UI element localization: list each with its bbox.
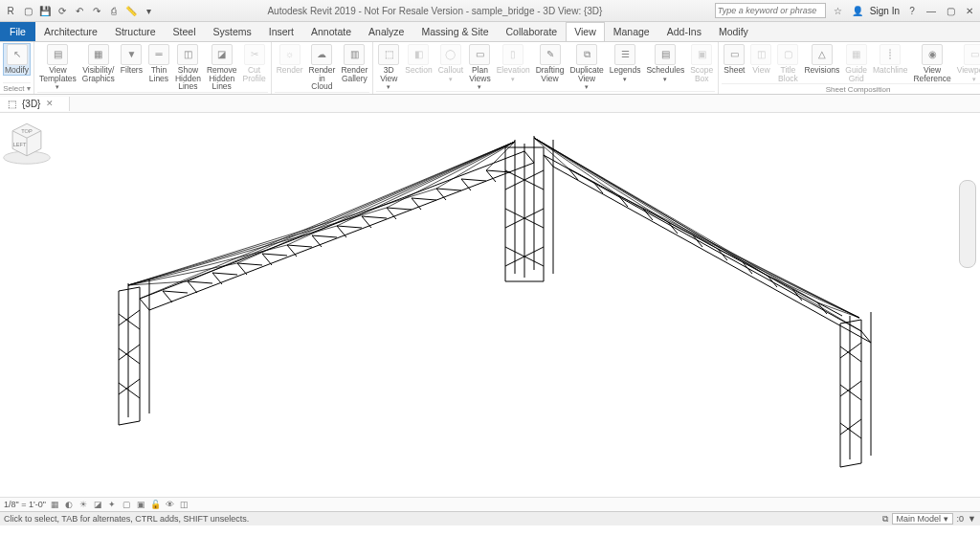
selection-count: :0	[957, 514, 965, 524]
legends-button[interactable]: ☰Legends▾	[608, 43, 643, 83]
sync-icon[interactable]: ⟳	[56, 4, 69, 17]
panel-label[interactable]: Select ▾	[3, 82, 31, 94]
render-icon: ☼	[279, 44, 301, 65]
tab-structure[interactable]: Structure	[106, 22, 165, 41]
view-icon: ◫	[750, 44, 771, 65]
shadows-icon[interactable]: ◪	[93, 500, 103, 510]
help-search-input[interactable]	[715, 3, 826, 18]
scope-box-button: ▣Scope Box	[688, 43, 715, 83]
duplicate-icon: ⧉	[576, 44, 597, 65]
tab-modify[interactable]: Modify	[710, 22, 757, 41]
3d-view-button[interactable]: ⬚3D View▾	[376, 43, 401, 91]
tab-insert[interactable]: Insert	[260, 22, 302, 41]
modify-button[interactable]: ↖Modify	[3, 43, 31, 76]
open-icon[interactable]: ▢	[21, 4, 34, 17]
reveal-hidden-icon[interactable]: ◫	[179, 500, 189, 510]
svg-text:LEFT: LEFT	[13, 142, 27, 147]
tab-collaborate[interactable]: Collaborate	[497, 22, 566, 41]
ribbon-tabs: File Architecture Structure Steel System…	[0, 22, 980, 42]
qat-more-icon[interactable]: ▾	[142, 4, 155, 17]
guide-grid-button: ▦Guide Grid	[843, 43, 869, 83]
filter-icon[interactable]: ▼	[968, 514, 976, 524]
account-icon[interactable]: 👤	[851, 4, 864, 17]
render-cloud-button[interactable]: ☁Render in Cloud	[307, 43, 338, 92]
callout-icon: ◯	[440, 44, 461, 65]
schedules-button[interactable]: ▤Schedules▾	[644, 43, 686, 83]
place-view-button: ◫View	[748, 43, 773, 76]
tab-addins[interactable]: Add-Ins	[658, 22, 710, 41]
maximize-icon[interactable]: ▢	[944, 4, 957, 17]
revit-logo-icon: R	[4, 4, 17, 17]
document-tab-3d[interactable]: ⬚ {3D} ✕	[0, 97, 70, 111]
sheet-icon: ▭	[724, 44, 745, 65]
scale-selector[interactable]: 1/8" = 1'-0"	[4, 500, 46, 509]
visual-style-icon[interactable]: ◐	[64, 500, 75, 510]
crop-view-icon[interactable]: ▢	[122, 500, 132, 510]
3d-viewport[interactable]: TOP LEFT 1/8" = 1'-0" ▦ ◐ ☀ ◪ ✦ ▢ ▣ 🔓 👁 …	[0, 113, 980, 511]
view-cube[interactable]: TOP LEFT	[0, 113, 54, 167]
view-templates-button[interactable]: ▤View Templates▾	[37, 43, 78, 91]
temp-hide-icon[interactable]: 👁	[165, 500, 175, 510]
sun-path-icon[interactable]: ☀	[78, 500, 89, 510]
duplicate-view-button[interactable]: ⧉Duplicate View▾	[568, 43, 605, 91]
measure-icon[interactable]: 📏	[124, 4, 138, 17]
cube-icon: ⬚	[378, 44, 399, 65]
gallery-icon: ▥	[344, 44, 365, 65]
save-icon[interactable]: 💾	[38, 4, 52, 17]
visibility-graphics-button[interactable]: ▦Visibility/ Graphics	[80, 43, 117, 83]
svg-text:TOP: TOP	[21, 128, 33, 134]
titleblock-icon: ▢	[777, 44, 798, 65]
close-icon[interactable]: ✕	[963, 4, 976, 17]
title-block-button: ▢Title Block	[775, 43, 800, 83]
sheet-button[interactable]: ▭Sheet	[722, 43, 746, 76]
tab-steel[interactable]: Steel	[165, 22, 205, 41]
close-tab-icon[interactable]: ✕	[46, 99, 54, 108]
status-hint: Click to select, TAB for alternates, CTR…	[4, 514, 249, 524]
plan-views-button[interactable]: ▭Plan Views▾	[467, 43, 493, 91]
revision-icon: △	[812, 44, 833, 65]
redo-icon[interactable]: ↷	[90, 4, 103, 17]
minimize-icon[interactable]: —	[924, 4, 938, 17]
tab-analyze[interactable]: Analyze	[360, 22, 412, 41]
document-tab-label: {3D}	[22, 99, 40, 109]
tab-architecture[interactable]: Architecture	[35, 22, 106, 41]
cube-icon: ⬚	[8, 99, 16, 109]
tab-massing[interactable]: Massing & Site	[412, 22, 497, 41]
show-hidden-button[interactable]: ◫Show Hidden Lines	[173, 43, 203, 92]
view-control-bar: 1/8" = 1'-0" ▦ ◐ ☀ ◪ ✦ ▢ ▣ 🔓 👁 ◫	[0, 497, 980, 511]
viewref-icon: ◉	[922, 44, 943, 65]
detail-level-icon[interactable]: ▦	[50, 500, 60, 510]
document-tabs: ⬚ {3D} ✕	[0, 95, 980, 113]
filters-button[interactable]: ▼Filters	[119, 43, 145, 76]
revisions-button[interactable]: △Revisions	[802, 43, 841, 76]
sign-in-link[interactable]: Sign In	[870, 6, 900, 16]
undo-icon[interactable]: ↶	[73, 4, 86, 17]
render-gallery-button[interactable]: ▥Render Gallery	[339, 43, 369, 83]
tab-systems[interactable]: Systems	[205, 22, 260, 41]
thin-lines-button[interactable]: ═Thin Lines	[146, 43, 171, 83]
tab-annotate[interactable]: Annotate	[302, 22, 360, 41]
panel-sheet: ▭Sheet ◫View ▢Title Block △Revisions ▦Gu…	[719, 42, 980, 94]
unlocked-icon[interactable]: 🔓	[150, 500, 161, 510]
print-icon[interactable]: ⎙	[107, 4, 121, 17]
cloud-icon: ☁	[311, 44, 332, 65]
tab-manage[interactable]: Manage	[605, 22, 658, 41]
remove-hidden-button[interactable]: ◪Remove Hidden Lines	[205, 43, 239, 92]
drafting-view-button[interactable]: ✎Drafting View	[534, 43, 567, 83]
show-hidden-icon: ◫	[177, 44, 198, 65]
file-tab[interactable]: File	[0, 22, 35, 41]
view-reference-button[interactable]: ◉View Reference	[911, 43, 952, 83]
navigation-bar[interactable]	[959, 180, 976, 268]
cut-icon: ✂	[244, 44, 265, 65]
tab-view[interactable]: View	[566, 22, 605, 41]
workset-icon[interactable]: ⧉	[882, 514, 888, 525]
subscription-icon[interactable]: ☆	[832, 4, 845, 17]
schedule-icon: ▤	[655, 44, 676, 65]
help-icon[interactable]: ?	[905, 4, 919, 17]
rendering-icon[interactable]: ✦	[107, 500, 118, 510]
section-button: ◧Section	[403, 43, 434, 76]
cut-profile-button: ✂Cut Profile	[241, 43, 268, 83]
quick-access-toolbar: R ▢ 💾 ⟳ ↶ ↷ ⎙ 📏 ▾	[4, 4, 155, 17]
crop-region-icon[interactable]: ▣	[136, 500, 146, 510]
workset-dropdown[interactable]: Main Model ▾	[892, 513, 953, 525]
